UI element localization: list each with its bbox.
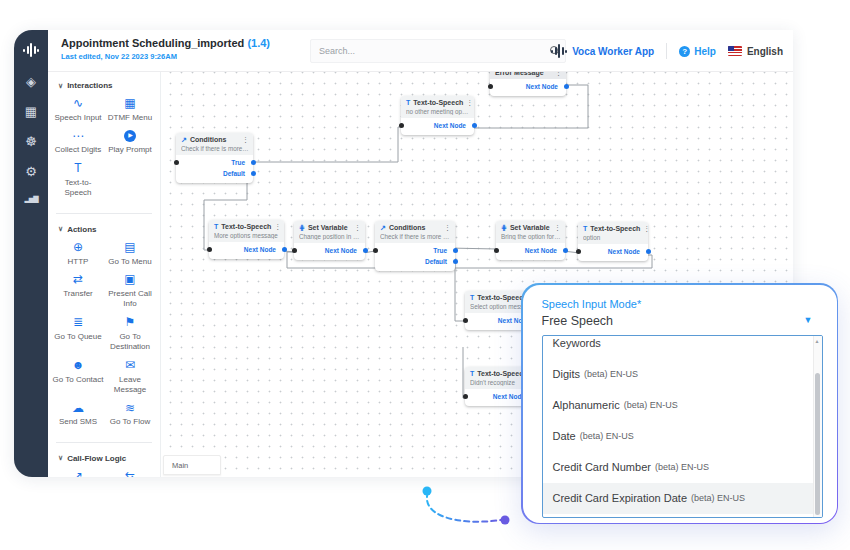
input-port[interactable]	[174, 160, 179, 165]
search-input[interactable]	[319, 40, 539, 62]
kebab-menu-icon[interactable]: ⋮	[354, 224, 361, 231]
output-label[interactable]: Next Node	[325, 247, 357, 254]
analytics-icon[interactable]: ▂▅▇	[24, 195, 37, 202]
palette-item-go-to-contact[interactable]: ☻Go To Contact	[52, 359, 104, 396]
output-label[interactable]: Next Node	[434, 122, 466, 129]
flow-node-conditions-more-options[interactable]: ↗Conditions⋮Check if there is more op...…	[176, 133, 253, 183]
field-selected-value[interactable]: Free Speech	[542, 314, 823, 328]
input-port[interactable]	[292, 248, 297, 253]
output-label[interactable]: Default	[425, 258, 447, 265]
option-digits[interactable]: Digits(beta) EN-US	[543, 359, 822, 390]
output-port[interactable]	[453, 248, 458, 253]
flow-node-tts-more-options[interactable]: TText-to-Speech⋮More options messageNext…	[209, 220, 284, 259]
palette-item-transfer[interactable]: ⇄Transfer	[52, 273, 104, 310]
palette-item-dtmf-menu[interactable]: ▦DTMF Menu	[104, 97, 156, 123]
palette-item-present-call-info[interactable]: ▣Present Call Info	[104, 273, 156, 310]
output-label[interactable]: Next Node	[526, 83, 558, 90]
flow-node-set-variable-change-position[interactable]: ⋕Set Variable⋮Change position in arrayNe…	[294, 221, 365, 260]
kebab-menu-icon[interactable]: ⋮	[444, 224, 451, 231]
node-title-row: ⋕Set Variable⋮	[299, 224, 361, 231]
output-port[interactable]	[564, 84, 569, 89]
language-selector[interactable]: English	[728, 46, 783, 57]
tab-main-flow[interactable]: Main	[163, 455, 221, 475]
palette-item-go-to-queue[interactable]: ≣Go To Queue	[52, 316, 104, 353]
palette-item-send-sms[interactable]: ☁Send SMS	[52, 401, 104, 427]
dtmf-menu-icon: ▦	[104, 97, 156, 111]
output-row: Next Node	[496, 245, 565, 256]
output-port[interactable]	[363, 248, 368, 253]
output-label[interactable]: Next Node	[608, 248, 640, 255]
output-row: Default	[375, 256, 455, 267]
palette-item-go-to-destination[interactable]: ⚑Go To Destination	[104, 316, 156, 353]
output-label[interactable]: True	[231, 159, 245, 166]
kebab-menu-icon[interactable]: ⋮	[466, 99, 473, 106]
section-header-actions[interactable]: ∨Actions	[48, 216, 160, 237]
scroll-up-icon[interactable]: ▲	[815, 338, 820, 344]
palette-item-switch[interactable]: ⇆Switch	[104, 470, 156, 477]
scrollbar-thumb[interactable]	[815, 373, 820, 515]
output-label[interactable]: Next Node	[244, 246, 276, 253]
voca-logo-icon[interactable]	[23, 42, 39, 58]
input-port[interactable]	[494, 248, 499, 253]
kebab-menu-icon[interactable]: ⋮	[274, 223, 281, 230]
dropdown-scrollbar[interactable]: ▲	[813, 336, 822, 517]
top-right-cluster: Voca Worker App ? Help English	[551, 30, 783, 72]
input-port[interactable]	[207, 247, 212, 252]
contacts-icon[interactable]: ▦	[25, 105, 37, 118]
output-port[interactable]	[282, 247, 287, 252]
palette-item-speech-input[interactable]: ∿Speech Input	[52, 97, 104, 123]
leave-message-icon: ✉	[104, 359, 156, 373]
flow-node-tts-no-other-options[interactable]: TText-to-Speech⋮no other meeting options…	[401, 96, 474, 135]
node-outputs: Next Node	[209, 242, 284, 259]
output-label[interactable]: Default	[223, 170, 245, 177]
node-subtitle: More options message	[214, 232, 280, 239]
input-port[interactable]	[463, 394, 468, 399]
option-credit-card-number[interactable]: Credit Card Number(beta) EN-US	[543, 452, 822, 483]
go-to-menu-icon: ▤	[104, 241, 156, 255]
option-keywords[interactable]: Keywords	[543, 335, 822, 359]
output-label[interactable]: Next Node	[525, 247, 557, 254]
palette-item-play-prompt[interactable]: ▶Play Prompt	[104, 129, 156, 155]
palette-item-collect-digits[interactable]: ⋯Collect Digits	[52, 129, 104, 155]
go-to-queue-icon: ≣	[52, 316, 104, 330]
kebab-menu-icon[interactable]: ⋮	[643, 225, 650, 232]
option-alphanumeric[interactable]: Alphanumeric(beta) EN-US	[543, 390, 822, 421]
flow-node-tts-option[interactable]: TText-to-Speech⋮optionNext Node	[578, 222, 648, 261]
palette-item-text-to-speech[interactable]: TText-to-Speech	[52, 162, 104, 199]
input-port[interactable]	[576, 249, 581, 254]
input-port[interactable]	[488, 84, 493, 89]
palette-item-http[interactable]: ⊕HTTP	[52, 241, 104, 267]
help-button[interactable]: ? Help	[679, 46, 716, 57]
chevron-down-icon[interactable]: ▼	[804, 315, 813, 325]
palette-item-conditions[interactable]: ↗Conditions	[52, 470, 104, 477]
palette-item-leave-message[interactable]: ✉Leave Message	[104, 359, 156, 396]
kebab-menu-icon[interactable]: ⋮	[555, 72, 562, 76]
output-port[interactable]	[563, 248, 568, 253]
shield-icon[interactable]: ◈	[26, 75, 36, 88]
output-port[interactable]	[472, 123, 477, 128]
voca-worker-app-link[interactable]: Voca Worker App	[551, 43, 654, 59]
section-header-interactions[interactable]: ∨Interactions	[48, 72, 160, 93]
kebab-menu-icon[interactable]: ⋮	[242, 136, 249, 143]
output-port[interactable]	[453, 259, 458, 264]
input-port[interactable]	[463, 318, 468, 323]
flow-node-set-variable-bring-option[interactable]: ⋕Set Variable⋮Bring the option for the .…	[496, 221, 565, 260]
option-credit-card-expiration-date[interactable]: Credit Card Expiration Date(beta) EN-US	[543, 483, 822, 514]
flow-node-conditions-more-options-2[interactable]: ↗Conditions⋮Check if there is more op...…	[375, 221, 455, 271]
output-label[interactable]: True	[433, 247, 447, 254]
flow-node-error-message[interactable]: Error Message⋮Next Node	[490, 72, 566, 96]
settings-icon[interactable]: ⚙	[25, 165, 37, 178]
output-port[interactable]	[251, 160, 256, 165]
output-port[interactable]	[251, 171, 256, 176]
section-header-call-flow-logic[interactable]: ∨Call-Flow Logic	[48, 445, 160, 466]
kebab-menu-icon[interactable]: ⋮	[554, 224, 561, 231]
output-port[interactable]	[646, 249, 651, 254]
flows-icon[interactable]: ☸	[25, 135, 37, 148]
node-title-row: Error Message⋮	[495, 72, 562, 76]
palette-item-go-to-flow[interactable]: ≋Go To Flow	[104, 401, 156, 427]
palette-item-go-to-menu[interactable]: ▤Go To Menu	[104, 241, 156, 267]
search-box[interactable]	[310, 39, 566, 63]
input-port[interactable]	[399, 123, 404, 128]
option-date[interactable]: Date(beta) EN-US	[543, 421, 822, 452]
input-port[interactable]	[373, 248, 378, 253]
